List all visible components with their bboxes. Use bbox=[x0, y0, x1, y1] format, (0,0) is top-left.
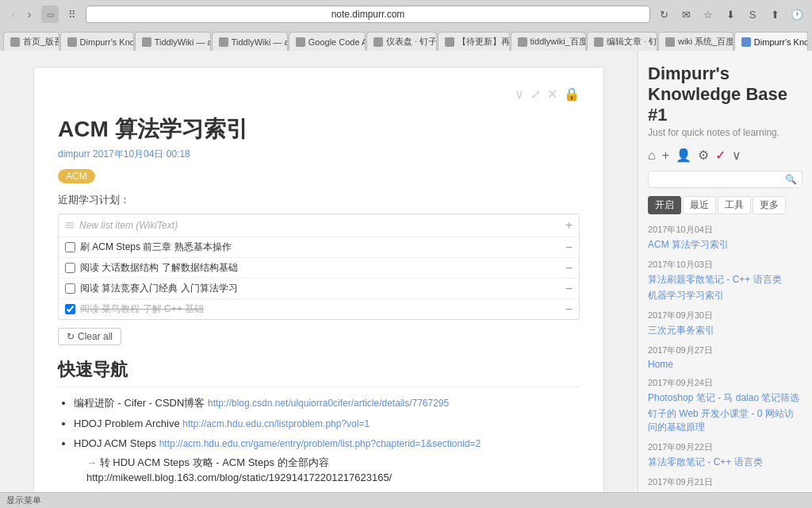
todo-label-2: 阅读 算法竞赛入门经典 入门算法学习 bbox=[80, 282, 238, 295]
nav-item-0-link[interactable]: http://blog.csdn.net/ulquiorra0cifer/art… bbox=[208, 398, 449, 409]
tab-favicon-6 bbox=[445, 37, 454, 47]
todo-checkbox-2[interactable] bbox=[65, 283, 75, 294]
sidebar-tab-tools[interactable]: 工具 bbox=[718, 196, 751, 214]
note-title: ACM 算法学习索引 bbox=[58, 114, 580, 144]
note-entry-0-0[interactable]: ACM 算法学习索引 bbox=[648, 237, 802, 252]
todo-checkbox-3[interactable] bbox=[65, 304, 75, 314]
note-entry-4-0[interactable]: Photoshop 笔记 - 马 dalao 笔记筛选 bbox=[648, 391, 802, 406]
tab-favicon-8 bbox=[594, 37, 603, 47]
note-entry-2-0[interactable]: 三次元事务索引 bbox=[648, 323, 802, 338]
svg-rect-2 bbox=[66, 227, 74, 229]
todo-minus-1[interactable]: − bbox=[565, 262, 573, 275]
content-area: ∨ ⤢ ✕ 🔒 ACM 算法学习索引 dimpurr 2017年10月04日 0… bbox=[0, 51, 638, 492]
sidebar-tabs: 开启 最近 工具 更多 bbox=[648, 196, 802, 214]
chevron-down-icon[interactable]: ∨ bbox=[515, 87, 524, 102]
check-icon[interactable]: ✓ bbox=[715, 148, 726, 163]
add-icon[interactable]: + bbox=[662, 148, 669, 163]
nav-item-3-text: 近期名校网络联赛 bbox=[74, 492, 156, 493]
date-entry-3: 2017年09月27日 bbox=[648, 344, 802, 356]
todo-label-1: 阅读 大话数据结构 了解数据结构基础 bbox=[80, 261, 238, 275]
resize-icon[interactable]: ⤢ bbox=[530, 87, 541, 102]
list-icon bbox=[65, 221, 75, 230]
browser-toolbar: ‹ › ▭ ⠿ note.dimpurr.com ↻ ✉ ☆ ⬇ S ⬆ 🕐 bbox=[0, 0, 812, 29]
tab-6[interactable]: 【待更新】再... bbox=[438, 32, 509, 51]
mail-button[interactable]: ✉ bbox=[677, 6, 695, 23]
sidebar-tab-more[interactable]: 更多 bbox=[753, 196, 786, 214]
note-entry-1-0[interactable]: 算法刷题零散笔记 - C++ 语言类 bbox=[648, 272, 802, 287]
tab-0[interactable]: 首页_版吾 bbox=[3, 32, 59, 51]
note-entry-4-1[interactable]: 钉子的 Web 开发小课堂 - 0 网站访问的基础原理 bbox=[648, 406, 802, 435]
tab-9[interactable]: wiki 系统_百度... bbox=[658, 32, 733, 51]
tab-favicon-5 bbox=[373, 37, 383, 47]
status-text: 显示菜单 bbox=[6, 495, 41, 506]
sidebar-search[interactable]: 🔍 bbox=[648, 171, 802, 188]
sidebar-icons: ⌂ + 👤 ⚙ ✓ ∨ bbox=[648, 148, 802, 163]
nav-subitem-2-0-text: 转 HDU ACM Steps 攻略 - ACM Steps 的全部内容 htt… bbox=[86, 456, 392, 484]
todo-input-row: New list item (WikiText) + bbox=[59, 214, 579, 237]
window-button[interactable]: ▭ bbox=[41, 6, 59, 23]
clear-all-label: Clear all bbox=[78, 331, 113, 342]
search-icon: 🔍 bbox=[785, 174, 797, 185]
note-entry-6-0[interactable]: 算法刷题零散笔记 - 其他算法 bbox=[648, 490, 802, 492]
nav-item-1-text: HDOJ Problem Archive bbox=[74, 418, 180, 429]
note-container: ∨ ⤢ ✕ 🔒 ACM 算法学习索引 dimpurr 2017年10月04日 0… bbox=[33, 67, 604, 492]
nav-item-2-link[interactable]: http://acm.hdu.edu.cn/game/entry/problem… bbox=[159, 438, 481, 449]
nav-item-1: HDOJ Problem Archive http://acm.hdu.edu.… bbox=[74, 416, 580, 432]
back-button[interactable]: ‹ bbox=[6, 7, 21, 21]
profile-button[interactable]: S bbox=[744, 6, 761, 23]
todo-checkbox-0[interactable] bbox=[65, 242, 75, 252]
tab-10[interactable]: Dimpurr's Kno... bbox=[734, 32, 808, 51]
note-author[interactable]: dimpurr bbox=[58, 148, 90, 160]
bookmark-button[interactable]: ☆ bbox=[699, 6, 717, 23]
download-button[interactable]: ⬇ bbox=[722, 6, 739, 23]
share-button[interactable]: ⬆ bbox=[766, 6, 783, 23]
nav-buttons: ‹ › bbox=[6, 7, 36, 21]
tab-favicon-3 bbox=[219, 37, 228, 47]
tab-7[interactable]: tiddlywiki_百度... bbox=[511, 32, 586, 51]
date-entry-4: 2017年09月24日 bbox=[648, 377, 802, 389]
tab-favicon-9 bbox=[665, 37, 675, 47]
todo-checkbox-1[interactable] bbox=[65, 263, 75, 273]
tab-5[interactable]: 仪表盘 · 钉子... bbox=[366, 32, 437, 51]
user-icon[interactable]: 👤 bbox=[676, 148, 691, 163]
forward-button[interactable]: › bbox=[22, 7, 36, 21]
tab-2[interactable]: TiddlyWiki — a... bbox=[135, 32, 211, 51]
sidebar-tab-start[interactable]: 开启 bbox=[648, 196, 681, 214]
url-bar[interactable]: note.dimpurr.com bbox=[86, 6, 650, 23]
sidebar-search-input[interactable] bbox=[653, 174, 782, 185]
tab-favicon-7 bbox=[518, 37, 527, 47]
refresh-icon: ↻ bbox=[67, 331, 75, 342]
home-icon[interactable]: ⌂ bbox=[648, 148, 656, 163]
todo-minus-0[interactable]: − bbox=[565, 241, 573, 254]
chevron-down-icon[interactable]: ∨ bbox=[732, 148, 741, 163]
sidebar-tab-recent[interactable]: 最近 bbox=[683, 196, 716, 214]
lock-icon[interactable]: 🔒 bbox=[564, 87, 580, 102]
todo-label-0: 刷 ACM Steps 前三章 熟悉基本操作 bbox=[80, 241, 232, 254]
tab-1[interactable]: Dimpurr's Kno... bbox=[60, 32, 134, 51]
todo-add-icon[interactable]: + bbox=[565, 218, 573, 233]
tab-favicon-2 bbox=[142, 37, 151, 47]
clear-all-button[interactable]: ↻ Clear all bbox=[58, 328, 121, 345]
date-entry-5: 2017年09月22日 bbox=[648, 441, 802, 453]
tab-3[interactable]: TiddlyWiki — a... bbox=[212, 32, 288, 51]
note-entry-3-0[interactable]: Home bbox=[648, 358, 802, 371]
nav-item-0-text: 编程进阶 - Cifer - CSDN博客 bbox=[74, 397, 205, 409]
todo-placeholder[interactable]: New list item (WikiText) bbox=[79, 220, 565, 231]
grid-button[interactable]: ⠿ bbox=[63, 6, 81, 23]
todo-minus-2[interactable]: − bbox=[565, 283, 573, 295]
gear-icon[interactable]: ⚙ bbox=[698, 148, 709, 163]
tab-4[interactable]: Google Code A... bbox=[289, 32, 366, 51]
tab-8[interactable]: 编辑文章 · 钉... bbox=[587, 32, 657, 51]
note-entry-1-1[interactable]: 机器学习学习索引 bbox=[648, 288, 802, 303]
nav-item-2-text: HDOJ ACM Steps bbox=[74, 437, 156, 449]
close-icon[interactable]: ✕ bbox=[547, 87, 557, 102]
clock-button[interactable]: 🕐 bbox=[788, 6, 806, 23]
refresh-button[interactable]: ↻ bbox=[655, 6, 672, 23]
tag-badge[interactable]: ACM bbox=[58, 169, 95, 183]
note-entry-5-0[interactable]: 算法零散笔记 - C++ 语言类 bbox=[648, 455, 802, 470]
nav-item-1-link[interactable]: http://acm.hdu.edu.cn/listproblem.php?vo… bbox=[182, 418, 370, 429]
status-bar: 显示菜单 bbox=[0, 492, 812, 508]
tab-favicon-10 bbox=[741, 37, 751, 47]
todo-minus-3[interactable]: − bbox=[565, 303, 573, 316]
nav-list: 编程进阶 - Cifer - CSDN博客 http://blog.csdn.n… bbox=[58, 395, 580, 492]
